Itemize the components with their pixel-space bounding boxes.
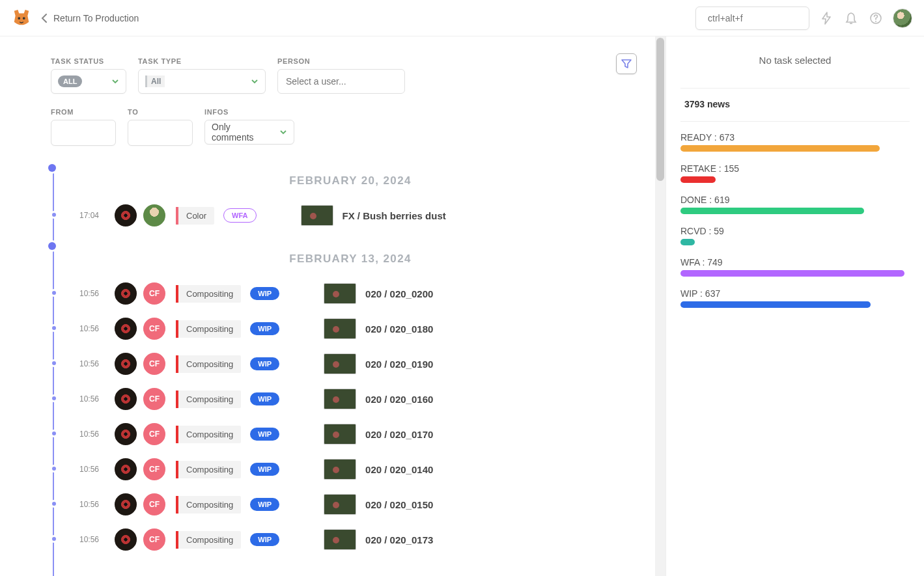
entry-thumbnail[interactable]: [301, 205, 333, 226]
stat-block[interactable]: DONE : 619: [680, 195, 910, 214]
timeline-entry[interactable]: 10:56CFCompositingWIP020 / 020_0190: [53, 351, 647, 376]
timeline: FEBRUARY 20, 202417:04ColorWFAFX / Bush …: [51, 160, 647, 552]
user-avatar-photo[interactable]: [142, 203, 167, 228]
timeline-entry[interactable]: 10:56CFCompositingWIP020 / 020_0180: [53, 316, 647, 341]
filter-infos[interactable]: Only comments: [204, 120, 294, 144]
entry-thumbnail[interactable]: [324, 459, 356, 480]
task-type-pill[interactable]: Compositing: [176, 320, 241, 338]
task-type-pill[interactable]: Compositing: [176, 426, 241, 443]
user-avatar[interactable]: [893, 8, 912, 28]
stat-block[interactable]: WIP : 637: [680, 288, 910, 308]
task-type-pill[interactable]: Compositing: [176, 531, 241, 549]
timeline-entry[interactable]: 10:56CFCompositingWIP020 / 020_0160: [53, 387, 647, 411]
entry-thumbnail[interactable]: [324, 529, 356, 550]
filter-button[interactable]: [616, 53, 637, 74]
task-type-pill[interactable]: Compositing: [176, 355, 241, 373]
entry-title[interactable]: 020 / 020_0173: [365, 534, 433, 545]
stat-label: READY : 673: [680, 132, 910, 143]
task-type-label: Compositing: [178, 285, 241, 303]
filter-person[interactable]: [277, 69, 405, 94]
task-type-pill[interactable]: Compositing: [176, 496, 241, 514]
filter-to-label: TO: [128, 108, 193, 116]
timeline-date-header: FEBRUARY 13, 2024: [53, 253, 647, 266]
entry-avatars: [113, 203, 167, 228]
bot-avatar[interactable]: [113, 457, 138, 482]
filter-to[interactable]: [128, 120, 193, 146]
timeline-entry[interactable]: 10:56CFCompositingWIP020 / 020_0173: [53, 527, 647, 552]
filter-task-status[interactable]: ALL: [51, 69, 126, 94]
entry-thumbnail[interactable]: [324, 283, 356, 304]
bot-avatar[interactable]: [113, 422, 138, 446]
stat-block[interactable]: READY : 673: [680, 132, 910, 152]
timeline-date-group: FEBRUARY 20, 2024: [53, 160, 647, 203]
task-type-pill[interactable]: Color: [176, 207, 214, 225]
user-avatar-initials[interactable]: CF: [142, 457, 167, 482]
bot-avatar[interactable]: [113, 203, 138, 228]
bot-avatar[interactable]: [113, 387, 138, 411]
entry-title[interactable]: 020 / 020_0140: [365, 464, 433, 475]
status-badge[interactable]: WIP: [250, 533, 279, 546]
chevron-down-icon: [251, 76, 259, 87]
bot-avatar[interactable]: [113, 527, 138, 552]
timeline-entry[interactable]: 10:56CFCompositingWIP020 / 020_0170: [53, 422, 647, 446]
bot-avatar[interactable]: [113, 316, 138, 341]
entry-title[interactable]: 020 / 020_0200: [365, 288, 433, 299]
timeline-date-header: FEBRUARY 20, 2024: [53, 174, 647, 187]
timeline-entry-node: [52, 396, 56, 400]
user-avatar-initials[interactable]: CF: [142, 316, 167, 341]
status-badge[interactable]: WIP: [250, 498, 279, 511]
search-input[interactable]: [708, 13, 822, 23]
timeline-entry[interactable]: 10:56CFCompositingWIP020 / 020_0140: [53, 457, 647, 482]
user-avatar-initials[interactable]: CF: [142, 281, 167, 306]
entry-thumbnail[interactable]: [324, 318, 356, 339]
entry-thumbnail[interactable]: [324, 494, 356, 515]
timeline-entry-node: [52, 361, 56, 365]
status-badge[interactable]: WIP: [250, 428, 279, 441]
status-badge[interactable]: WFA: [223, 208, 256, 223]
bot-avatar[interactable]: [113, 281, 138, 306]
status-badge[interactable]: WIP: [250, 287, 279, 300]
user-avatar-initials[interactable]: CF: [142, 351, 167, 376]
timeline-entry-node: [52, 432, 56, 435]
stat-block[interactable]: RCVD : 59: [680, 226, 910, 245]
bot-avatar[interactable]: [113, 492, 138, 517]
task-type-pill[interactable]: Compositing: [176, 461, 241, 478]
timeline-entry[interactable]: 10:56CFCompositingWIP020 / 020_0200: [53, 281, 647, 306]
status-badge[interactable]: WIP: [250, 357, 279, 370]
status-badge[interactable]: WIP: [250, 463, 279, 476]
stat-block[interactable]: RETAKE : 155: [680, 163, 910, 183]
filter-task-type[interactable]: All: [138, 69, 266, 94]
bolt-icon[interactable]: [819, 10, 834, 26]
bot-avatar[interactable]: [113, 351, 138, 376]
entry-title[interactable]: 020 / 020_0180: [365, 323, 433, 335]
task-type-pill[interactable]: Compositing: [176, 391, 241, 408]
scrollbar[interactable]: [655, 36, 665, 576]
entry-thumbnail[interactable]: [324, 353, 356, 374]
task-type-label: Compositing: [178, 355, 241, 373]
status-badge[interactable]: WIP: [250, 322, 279, 335]
entry-title[interactable]: 020 / 020_0170: [365, 429, 433, 440]
entry-title[interactable]: 020 / 020_0150: [365, 499, 433, 510]
entry-title[interactable]: 020 / 020_0160: [365, 394, 433, 405]
scrollbar-thumb[interactable]: [656, 38, 664, 181]
user-avatar-initials[interactable]: CF: [142, 527, 167, 552]
app-logo[interactable]: [12, 8, 31, 28]
status-badge[interactable]: WIP: [250, 392, 279, 405]
entry-thumbnail[interactable]: [324, 389, 356, 409]
search-box[interactable]: [695, 7, 809, 30]
entry-title[interactable]: 020 / 020_0190: [365, 359, 433, 370]
back-label: Return To Production: [53, 13, 139, 23]
user-avatar-initials[interactable]: CF: [142, 492, 167, 517]
entry-thumbnail[interactable]: [324, 424, 356, 445]
stat-block[interactable]: WFA : 749: [680, 257, 910, 277]
user-avatar-initials[interactable]: CF: [142, 422, 167, 446]
user-avatar-initials[interactable]: CF: [142, 387, 167, 411]
back-to-production[interactable]: Return To Production: [40, 13, 139, 23]
timeline-entry[interactable]: 17:04ColorWFAFX / Bush berries dust: [53, 203, 647, 228]
filter-from[interactable]: [51, 120, 116, 146]
task-type-pill[interactable]: Compositing: [176, 285, 241, 303]
bell-icon[interactable]: [843, 10, 859, 26]
entry-title[interactable]: FX / Bush berries dust: [343, 210, 446, 221]
help-icon[interactable]: [868, 10, 884, 26]
timeline-entry[interactable]: 10:56CFCompositingWIP020 / 020_0150: [53, 492, 647, 517]
